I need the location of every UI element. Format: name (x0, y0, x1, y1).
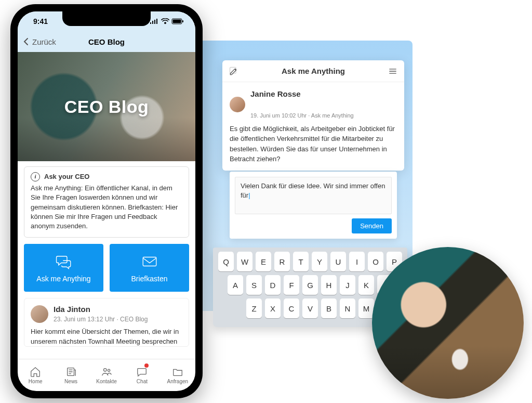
key-k[interactable]: K (358, 275, 374, 295)
tab-anfragen[interactable]: Anfragen (160, 359, 195, 391)
tab-bar: Home News Kontakte Chat Anfragen (18, 359, 195, 391)
post-meta: 23. Juni um 13:12 Uhr · CEO Blog (54, 316, 148, 323)
chat-author: Janine Rosse (250, 88, 354, 100)
key-x[interactable]: X (265, 298, 281, 318)
key-j[interactable]: J (340, 275, 355, 295)
key-d[interactable]: D (265, 275, 281, 295)
reply-composer: Vielen Dank für diese Idee. Wir sind imm… (230, 172, 397, 239)
folder-icon (172, 366, 183, 378)
send-button[interactable]: Senden (352, 218, 392, 233)
key-m[interactable]: M (358, 298, 374, 318)
svg-rect-1 (173, 20, 181, 23)
contacts-icon (101, 366, 112, 378)
status-time: 9:41 (33, 17, 48, 25)
tab-kontakte[interactable]: Kontakte (89, 359, 124, 391)
key-c[interactable]: C (284, 298, 299, 318)
mail-icon (141, 253, 158, 270)
avatar (31, 305, 48, 323)
key-o[interactable]: O (368, 252, 383, 271)
key-z[interactable]: Z (246, 298, 262, 318)
wifi-icon (161, 18, 169, 24)
chevron-left-icon (22, 37, 31, 46)
tab-news[interactable]: News (53, 359, 88, 391)
tile-label: Briefkasten (131, 275, 167, 283)
key-r[interactable]: R (274, 252, 290, 271)
chat-icon (55, 253, 73, 270)
tile-label: Ask me Anything (36, 275, 90, 283)
post-author: Ida Jinton (54, 304, 148, 315)
tab-label: Home (29, 379, 43, 384)
tile-row: Ask me Anything Briefkasten (24, 244, 189, 292)
reply-draft: Vielen Dank für diese Idee. Wir sind imm… (241, 182, 385, 199)
ask-me-anything-tile[interactable]: Ask me Anything (24, 244, 103, 292)
chat-body-text: Es gibt die Möglichkeit, als Arbeitgeber… (230, 124, 397, 164)
key-v[interactable]: V (302, 298, 318, 318)
back-button[interactable]: Zurück (18, 37, 56, 46)
keyboard-row-2: ASDFGHJKL (216, 275, 404, 295)
notification-badge (144, 363, 149, 368)
tab-label: News (64, 379, 77, 384)
key-w[interactable]: W (237, 252, 252, 271)
svg-point-6 (108, 369, 110, 371)
svg-point-5 (104, 369, 107, 372)
post-body: Hier kommt eine Übersicht der Themen, di… (31, 327, 182, 346)
key-t[interactable]: T (293, 252, 309, 271)
tab-home[interactable]: Home (18, 359, 53, 391)
decorative-photo (372, 247, 524, 399)
key-g[interactable]: G (302, 275, 318, 295)
phone-screen: 9:41 Zurück CEO Blog CEO Blog i Ask your… (18, 11, 195, 391)
key-i[interactable]: I (349, 252, 365, 271)
nav-bar: Zurück CEO Blog (18, 31, 195, 52)
nav-title: CEO Blog (88, 37, 125, 46)
back-label: Zurück (32, 37, 56, 46)
battery-icon (171, 18, 184, 24)
hero-title: CEO Blog (64, 97, 149, 117)
tab-label: Chat (137, 379, 148, 384)
notch (62, 11, 151, 26)
key-y[interactable]: Y (312, 252, 327, 271)
signal-icon (150, 18, 159, 24)
feed-post[interactable]: Ida Jinton 23. Juni um 13:12 Uhr · CEO B… (24, 298, 189, 347)
ask-ceo-card: i Ask your CEO Ask me Anything: Ein öffe… (24, 166, 189, 238)
status-icons (150, 18, 184, 24)
ask-me-anything-panel: Ask me Anything Janine Rosse 19. Juni um… (222, 60, 404, 171)
key-f[interactable]: F (284, 275, 299, 295)
home-icon (30, 366, 41, 378)
key-u[interactable]: U (330, 252, 346, 271)
news-icon (65, 366, 77, 378)
reply-textarea[interactable]: Vielen Dank für diese Idee. Wir sind imm… (235, 177, 392, 214)
compose-icon[interactable] (229, 66, 239, 76)
avatar (230, 97, 245, 112)
ask-ceo-body: Ask me Anything: Ein öffentlicher Kanal,… (31, 184, 182, 231)
tab-chat[interactable]: Chat (124, 359, 159, 391)
key-s[interactable]: S (246, 275, 262, 295)
key-h[interactable]: H (321, 275, 337, 295)
chat-tab-icon (136, 366, 148, 378)
chat-meta: 19. Juni um 10:02 Uhr · Ask me Anything (250, 112, 354, 119)
tab-label: Kontakte (96, 379, 116, 384)
key-e[interactable]: E (256, 252, 271, 271)
key-q[interactable]: Q (218, 252, 234, 271)
panel-body: Janine Rosse 19. Juni um 10:02 Uhr · Ask… (222, 82, 404, 171)
svg-rect-3 (143, 257, 156, 266)
hero-image: CEO Blog (18, 52, 195, 161)
menu-icon[interactable] (388, 66, 398, 76)
phone-frame: 9:41 Zurück CEO Blog CEO Blog i Ask your… (10, 4, 203, 398)
info-icon: i (31, 172, 40, 181)
content-scroll[interactable]: i Ask your CEO Ask me Anything: Ein öffe… (18, 161, 195, 359)
svg-rect-2 (182, 20, 183, 22)
panel-header: Ask me Anything (222, 60, 404, 82)
briefkasten-tile[interactable]: Briefkasten (110, 244, 189, 292)
ask-ceo-title: Ask your CEO (44, 172, 89, 181)
key-n[interactable]: N (340, 298, 355, 318)
key-b[interactable]: B (321, 298, 337, 318)
key-a[interactable]: A (228, 275, 243, 295)
panel-title: Ask me Anything (282, 67, 345, 75)
tab-label: Anfragen (167, 379, 189, 384)
keyboard-row-1: QWERTYUIOP (216, 252, 404, 271)
